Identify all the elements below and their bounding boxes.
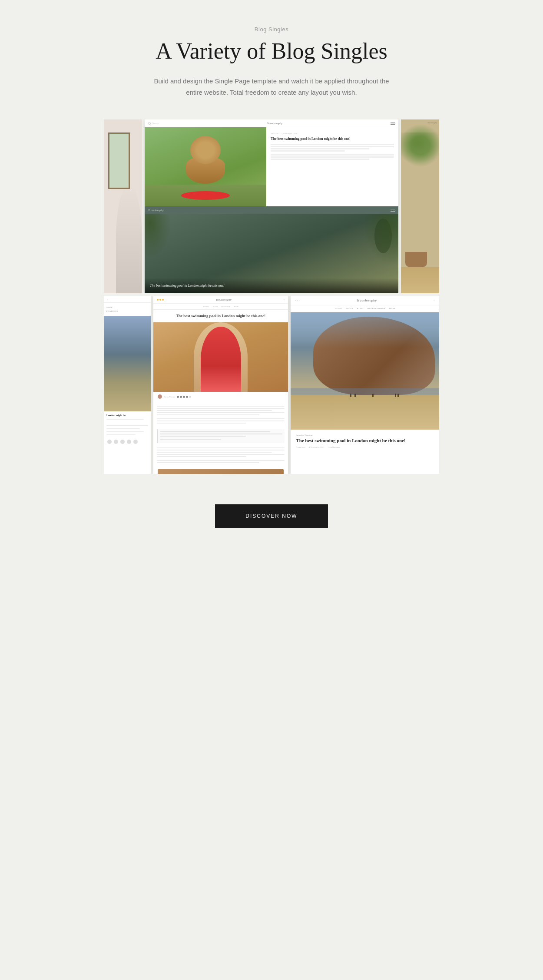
edge-card-left-row2: y SHOP FEATURES London might be [104, 296, 151, 474]
social-twitter[interactable] [114, 440, 118, 444]
card1-article-title: The best swimming pool in London might b… [271, 136, 394, 141]
header-label: Blog Singles [104, 26, 439, 33]
nav-logo: Travelosophy [267, 122, 282, 125]
nav-logo-dark: Travelosophy [148, 209, 164, 212]
overlay-title: The best swimming pool in London might b… [150, 283, 393, 288]
search-icon [148, 122, 151, 125]
beach-hero-image [291, 312, 439, 430]
card1-small-label: TRAVEL · ADVENTURE [271, 132, 394, 135]
center2-nav-logo: Travelosophy [216, 298, 232, 301]
search-bar: Search [148, 122, 159, 125]
partial-art-title: London might be [106, 414, 148, 417]
edge-card-right-row1: Travelosophy [401, 119, 439, 293]
discover-now-button[interactable]: DISCOVER NOW [215, 504, 328, 528]
card4-date: 4 November 2021 [309, 446, 324, 448]
card4-read-time: 3 min read [296, 446, 305, 448]
card4-title: The best swimming pool in London might b… [296, 437, 434, 444]
social-rss[interactable] [133, 440, 138, 444]
center2-bottom-img [158, 469, 284, 474]
nav-home[interactable]: HOME [335, 308, 342, 310]
center2-article-title: The best swimming pool in London might b… [159, 313, 283, 319]
nav-blog[interactable]: BLOG [357, 308, 364, 310]
edge-card-left-row1 [104, 119, 142, 293]
center-card-row2: Travelosophy ≡ TRAVEL FOOD LIFESTYLE MOR… [153, 296, 288, 474]
social-youtube[interactable] [120, 440, 125, 444]
hamburger-icon-dark[interactable] [391, 209, 395, 212]
center2-avatar [158, 394, 162, 399]
social-facebook[interactable] [107, 440, 112, 444]
social-linkedin[interactable] [127, 440, 131, 444]
nav-features[interactable]: FEATURES [106, 310, 148, 312]
card4-author: Aria Hastings [328, 446, 340, 448]
nav-destinations[interactable]: DESTINATIONS [367, 308, 385, 310]
screenshots-layout: Search Travelosophy [104, 119, 439, 474]
center2-author: Sarah Moore [164, 396, 175, 398]
discover-section: DISCOVER NOW [104, 496, 439, 545]
nav-shop[interactable]: SHOP [106, 306, 148, 308]
center-card-row1: Search Travelosophy [145, 119, 398, 293]
header-title: A Variety of Blog Singles [104, 39, 439, 63]
nav-shop[interactable]: SHOP [389, 308, 395, 310]
right-large-card-row2: • • • Travelosophy ≡ HOME PAGES BLOG DES… [291, 296, 439, 474]
header-description: Build and design the Single Page templat… [146, 76, 397, 98]
nav-pages[interactable]: PAGES [346, 308, 354, 310]
right2-nav-logo: Travelosophy [357, 298, 377, 302]
hamburger-icon[interactable] [391, 122, 395, 125]
card4-category: America, Camping [296, 434, 434, 436]
